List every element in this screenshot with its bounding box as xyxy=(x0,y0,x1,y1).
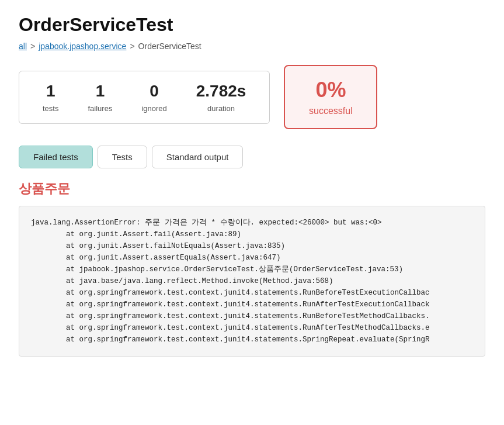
breadcrumb: all > jpabook.jpashop.service > OrderSer… xyxy=(19,42,485,51)
duration-value: 2.782s xyxy=(196,82,246,101)
tab-failed-tests[interactable]: Failed tests xyxy=(19,146,93,168)
tab-standard-output[interactable]: Standard output xyxy=(152,146,244,168)
failed-section-title: 상품주문 xyxy=(19,180,485,198)
stat-ignored: 0 ignored xyxy=(141,82,166,113)
duration-label: duration xyxy=(207,104,235,113)
stats-box: 1 tests 1 failures 0 ignored 2.782s dura… xyxy=(19,71,270,124)
success-label: successful xyxy=(309,106,353,116)
breadcrumb-all-link[interactable]: all xyxy=(19,42,27,51)
ignored-label: ignored xyxy=(141,104,166,113)
ignored-count: 0 xyxy=(150,82,159,101)
stats-row: 1 tests 1 failures 0 ignored 2.782s dura… xyxy=(19,65,485,129)
failures-label: failures xyxy=(88,104,112,113)
page-title: OrderServiceTest xyxy=(19,14,485,36)
breadcrumb-package-link[interactable]: jpabook.jpashop.service xyxy=(39,42,126,51)
tab-tests[interactable]: Tests xyxy=(98,146,147,168)
breadcrumb-sep2: > xyxy=(130,42,134,51)
tests-label: tests xyxy=(43,104,58,113)
success-percent: 0% xyxy=(315,78,346,102)
error-output: java.lang.AssertionError: 주문 가격은 가격 * 수량… xyxy=(19,206,485,357)
tabs-container: Failed tests Tests Standard output xyxy=(19,146,485,168)
stat-duration: 2.782s duration xyxy=(196,82,246,113)
stat-failures: 1 failures xyxy=(88,82,112,113)
success-badge: 0% successful xyxy=(284,65,377,129)
tests-count: 1 xyxy=(46,82,55,101)
stat-tests: 1 tests xyxy=(43,82,58,113)
failures-count: 1 xyxy=(96,82,105,101)
breadcrumb-current: OrderServiceTest xyxy=(138,42,201,51)
breadcrumb-sep1: > xyxy=(30,42,35,51)
